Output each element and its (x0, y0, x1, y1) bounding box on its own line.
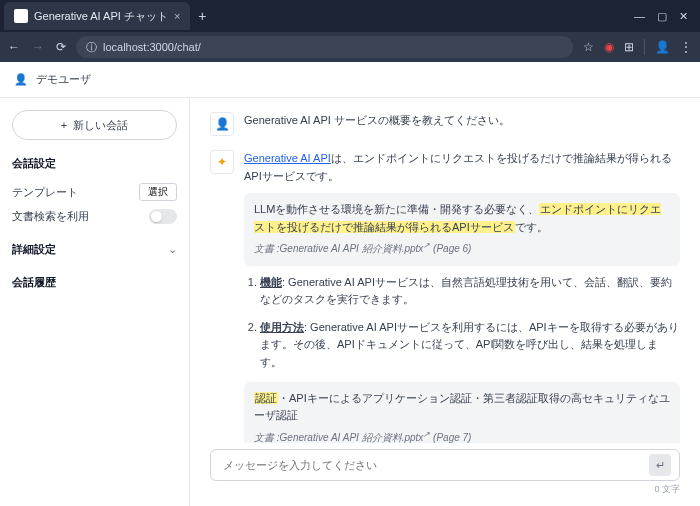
tab-favicon (14, 9, 28, 23)
close-icon[interactable]: × (174, 10, 180, 22)
bookmark-icon[interactable]: ☆ (583, 40, 594, 54)
main-panel: 👤 Generative AI API サービスの概要を教えてください。 ✦ G… (190, 98, 700, 506)
user-icon: 👤 (14, 73, 28, 86)
advanced-title: 詳細設定 (12, 242, 56, 257)
docsearch-label: 文書検索を利用 (12, 209, 89, 224)
reload-icon[interactable]: ⟳ (56, 40, 66, 54)
template-label: テンプレート (12, 185, 78, 200)
url-text: localhost:3000/chat/ (103, 41, 201, 53)
site-info-icon[interactable]: ⓘ (86, 40, 97, 55)
app-root: 👤 デモユーザ + 新しい会話 会話設定 テンプレート 選択 文書検索を利用 詳… (0, 62, 700, 506)
quote-box-1: LLMを動作させる環境を新たに準備・開発する必要なく、エンドポイントにリクエスト… (244, 193, 680, 266)
ai-avatar-icon: ✦ (210, 150, 234, 174)
address-bar: ← → ⟳ ⓘ localhost:3000/chat/ ☆ ◉ ⊞ 👤 ⋮ (0, 32, 700, 62)
maximize-icon[interactable]: ▢ (657, 10, 667, 23)
feature-list: 機能: Generative AI APIサービスは、自然言語処理技術を用いて、… (260, 274, 680, 372)
url-input[interactable]: ⓘ localhost:3000/chat/ (76, 36, 573, 58)
divider (644, 39, 645, 55)
forward-icon[interactable]: → (32, 40, 44, 54)
send-button[interactable]: ↵ (649, 454, 671, 476)
ai-message-content: Generative AI APIは、エンドポイントにリクエストを投げるだけで推… (244, 150, 680, 443)
chevron-down-icon: ⌄ (168, 243, 177, 256)
user-message: 👤 Generative AI API サービスの概要を教えてください。 (210, 112, 680, 136)
docsearch-toggle[interactable] (149, 209, 177, 224)
ai-message: ✦ Generative AI APIは、エンドポイントにリクエストを投げるだけ… (210, 150, 680, 443)
browser-tab[interactable]: Generative AI API チャット × (4, 2, 190, 30)
new-chat-button[interactable]: + 新しい会話 (12, 110, 177, 140)
list-item: 使用方法: Generative AI APIサービスを利用するには、APIキー… (260, 319, 680, 372)
extension-icon[interactable]: ◉ (604, 40, 614, 54)
composer: ↵ 0 文字 (190, 443, 700, 506)
app-header: 👤 デモユーザ (0, 62, 700, 98)
highlight: 認証 (254, 392, 278, 404)
advanced-section[interactable]: 詳細設定 ⌄ (12, 238, 177, 261)
list-item: 機能: Generative AI APIサービスは、自然言語処理技術を用いて、… (260, 274, 680, 309)
app-body: + 新しい会話 会話設定 テンプレート 選択 文書検索を利用 詳細設定 ⌄ 会話… (0, 98, 700, 506)
api-link[interactable]: Generative AI API (244, 152, 331, 164)
send-icon: ↵ (656, 459, 665, 472)
docsearch-setting: 文書検索を利用 (12, 205, 177, 228)
char-count: 0 文字 (210, 483, 680, 496)
username: デモユーザ (36, 72, 91, 87)
extensions-icon[interactable]: ⊞ (624, 40, 634, 54)
message-input-box[interactable]: ↵ (210, 449, 680, 481)
messages-list: 👤 Generative AI API サービスの概要を教えてください。 ✦ G… (190, 98, 700, 443)
new-chat-label: 新しい会話 (73, 118, 128, 133)
new-tab-button[interactable]: + (190, 8, 214, 24)
template-setting: テンプレート 選択 (12, 179, 177, 205)
sidebar: + 新しい会話 会話設定 テンプレート 選択 文書検索を利用 詳細設定 ⌄ 会話… (0, 98, 190, 506)
tab-title: Generative AI API チャット (34, 9, 168, 24)
history-title: 会話履歴 (12, 275, 177, 290)
close-window-icon[interactable]: ✕ (679, 10, 688, 23)
menu-icon[interactable]: ⋮ (680, 40, 692, 54)
user-avatar-icon: 👤 (210, 112, 234, 136)
citation-2: 文書 :Generative AI API 紹介資料.pptx↗ (Page 7… (254, 429, 670, 443)
browser-tab-strip: Generative AI API チャット × + — ▢ ✕ (0, 0, 700, 32)
section-settings-title: 会話設定 (12, 156, 177, 171)
citation-1: 文書 :Generative AI API 紹介資料.pptx↗ (Page 6… (254, 240, 670, 257)
message-input[interactable] (223, 459, 649, 471)
back-icon[interactable]: ← (8, 40, 20, 54)
minimize-icon[interactable]: — (634, 10, 645, 23)
profile-icon[interactable]: 👤 (655, 40, 670, 54)
window-controls: — ▢ ✕ (634, 10, 696, 23)
quote-box-2: 認証・APIキーによるアプリケーション認証・第三者認証取得の高セキュリティなユー… (244, 382, 680, 443)
plus-icon: + (61, 119, 67, 131)
template-select-button[interactable]: 選択 (139, 183, 177, 201)
user-message-text: Generative AI API サービスの概要を教えてください。 (244, 112, 680, 136)
